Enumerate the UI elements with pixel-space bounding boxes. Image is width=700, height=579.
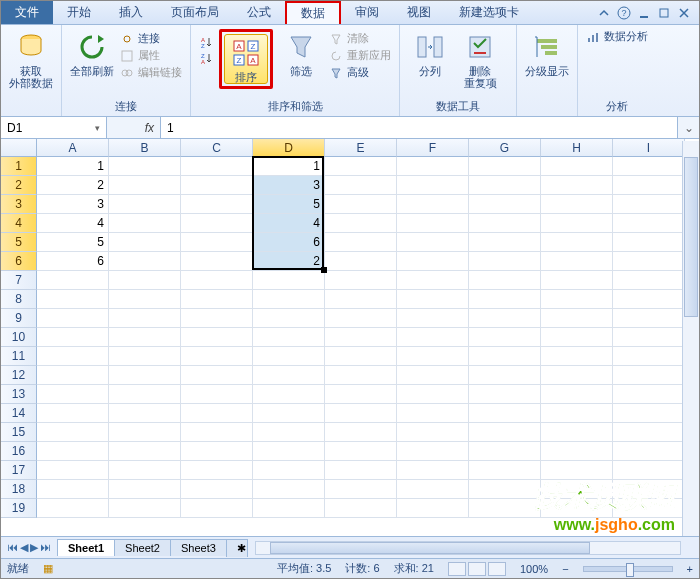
cell[interactable] <box>37 347 109 366</box>
sheet-nav-first-icon[interactable]: ⏮ <box>7 541 18 554</box>
worksheet-grid[interactable]: ABCDEFGHI 12345678910111213141516171819 … <box>1 139 699 531</box>
view-page-layout-button[interactable] <box>468 562 486 576</box>
vertical-scrollbar[interactable] <box>682 141 699 536</box>
cell[interactable] <box>181 461 253 480</box>
cell[interactable] <box>469 271 541 290</box>
cell[interactable] <box>181 385 253 404</box>
cell[interactable] <box>253 290 325 309</box>
cell[interactable] <box>613 385 685 404</box>
column-header[interactable]: G <box>469 139 541 157</box>
cell[interactable] <box>613 480 685 499</box>
cell[interactable] <box>469 195 541 214</box>
cell[interactable] <box>541 309 613 328</box>
cell[interactable] <box>37 461 109 480</box>
column-header[interactable]: E <box>325 139 397 157</box>
cell[interactable] <box>109 195 181 214</box>
cell[interactable] <box>541 385 613 404</box>
cell[interactable] <box>325 195 397 214</box>
cell[interactable] <box>253 271 325 290</box>
cell[interactable] <box>613 290 685 309</box>
minimize-ribbon-icon[interactable] <box>597 6 611 20</box>
cell[interactable] <box>397 252 469 271</box>
cell[interactable] <box>181 176 253 195</box>
refresh-all-button[interactable]: 全部刷新 <box>70 29 114 77</box>
cell[interactable] <box>181 309 253 328</box>
column-header[interactable]: B <box>109 139 181 157</box>
cell[interactable] <box>109 214 181 233</box>
cell[interactable] <box>37 442 109 461</box>
cell[interactable] <box>37 309 109 328</box>
cell[interactable] <box>253 442 325 461</box>
cell[interactable] <box>397 290 469 309</box>
cell[interactable] <box>613 404 685 423</box>
cell[interactable] <box>469 480 541 499</box>
cell[interactable] <box>613 176 685 195</box>
cell[interactable] <box>253 347 325 366</box>
sheet-nav-prev-icon[interactable]: ◀ <box>20 541 28 554</box>
cell[interactable] <box>613 252 685 271</box>
formula-bar[interactable]: 1 <box>161 117 677 138</box>
cell[interactable] <box>613 423 685 442</box>
row-header[interactable]: 3 <box>1 195 37 214</box>
cell[interactable] <box>541 157 613 176</box>
cell[interactable] <box>397 309 469 328</box>
cell[interactable]: 5 <box>253 195 325 214</box>
text-to-columns-button[interactable]: 分列 <box>408 29 452 77</box>
cell[interactable] <box>469 499 541 518</box>
cell[interactable] <box>469 347 541 366</box>
cell[interactable] <box>253 309 325 328</box>
cell[interactable] <box>541 214 613 233</box>
cell[interactable] <box>613 214 685 233</box>
connections-button[interactable]: 连接 <box>120 31 182 46</box>
cell[interactable] <box>181 195 253 214</box>
column-header[interactable]: A <box>37 139 109 157</box>
cell[interactable] <box>109 233 181 252</box>
cell[interactable] <box>253 328 325 347</box>
cell[interactable] <box>397 328 469 347</box>
cell[interactable] <box>397 271 469 290</box>
cell[interactable]: 5 <box>37 233 109 252</box>
cell[interactable] <box>325 252 397 271</box>
cell[interactable] <box>541 195 613 214</box>
new-sheet-button[interactable]: ✱ <box>226 539 248 557</box>
cell[interactable] <box>541 176 613 195</box>
cell[interactable]: 3 <box>37 195 109 214</box>
cell[interactable] <box>613 157 685 176</box>
cell[interactable]: 2 <box>253 252 325 271</box>
cell[interactable]: 1 <box>253 157 325 176</box>
cell[interactable] <box>541 461 613 480</box>
cell[interactable] <box>541 366 613 385</box>
view-page-break-button[interactable] <box>488 562 506 576</box>
cell[interactable] <box>325 271 397 290</box>
tab-file[interactable]: 文件 <box>1 1 53 24</box>
cell[interactable] <box>109 157 181 176</box>
cell[interactable] <box>181 157 253 176</box>
row-header[interactable]: 12 <box>1 366 37 385</box>
cell[interactable] <box>109 328 181 347</box>
cell[interactable] <box>325 366 397 385</box>
cell[interactable] <box>469 309 541 328</box>
tab-view[interactable]: 视图 <box>393 1 445 24</box>
cell[interactable] <box>109 442 181 461</box>
column-header[interactable]: F <box>397 139 469 157</box>
cell[interactable] <box>613 499 685 518</box>
data-analysis-button[interactable]: 数据分析 <box>586 29 648 44</box>
zoom-slider[interactable] <box>583 566 673 572</box>
cell[interactable] <box>181 328 253 347</box>
cell[interactable] <box>541 347 613 366</box>
cell[interactable] <box>397 480 469 499</box>
row-header[interactable]: 7 <box>1 271 37 290</box>
cell[interactable] <box>253 461 325 480</box>
cell[interactable] <box>325 385 397 404</box>
cell[interactable]: 6 <box>37 252 109 271</box>
cell[interactable] <box>397 404 469 423</box>
row-header[interactable]: 17 <box>1 461 37 480</box>
cell[interactable] <box>181 290 253 309</box>
cell[interactable] <box>397 385 469 404</box>
sort-desc-button[interactable]: ZA <box>199 51 213 65</box>
row-header[interactable]: 4 <box>1 214 37 233</box>
filter-button[interactable]: 筛选 <box>279 29 323 77</box>
row-header[interactable]: 10 <box>1 328 37 347</box>
cell[interactable] <box>469 442 541 461</box>
edit-links-button[interactable]: 编辑链接 <box>120 65 182 80</box>
